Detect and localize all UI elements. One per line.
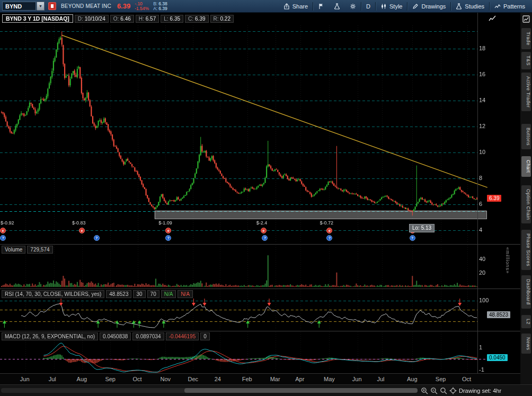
ohlc-field-r: R:0.22 — [210, 15, 234, 23]
zoom-out-icon[interactable] — [430, 387, 438, 394]
month-label[interactable]: Jul — [377, 376, 384, 382]
share-label: Share — [292, 3, 308, 10]
share-icon — [283, 3, 290, 10]
flag-report-button[interactable] — [313, 0, 329, 12]
time-scrollbar[interactable] — [1, 388, 418, 393]
symbol-input[interactable]: BYND — [2, 2, 36, 11]
month-label[interactable]: 24 — [215, 376, 221, 382]
rsi-sell-signal: N/A — [178, 290, 193, 298]
month-label[interactable]: Aug — [77, 376, 87, 382]
rsi-oversold-param: 30 — [133, 290, 145, 298]
rsi-value: 48.8523 — [106, 290, 131, 298]
drawings-button[interactable]: Drawings — [407, 0, 450, 12]
flag-icon — [318, 3, 324, 10]
flask-icon — [334, 3, 340, 10]
symbol-flag-icon[interactable] — [48, 2, 56, 10]
ohlc-field-label: D: — [78, 16, 83, 22]
symbol-text: BYND — [5, 3, 22, 10]
ohlc-field-c: C:6.39 — [185, 15, 208, 23]
toolbar-button-group: Share D Style Drawi — [279, 0, 530, 12]
volume-label[interactable]: Volume — [2, 246, 25, 254]
top-toolbar: BYND ▼ BEYOND MEAT INC 6.39 -.10 -1.54% … — [0, 0, 532, 13]
style-label: Style — [389, 3, 402, 10]
studies-button[interactable]: Studies — [451, 0, 489, 12]
ask-value: 6.39 — [158, 6, 167, 11]
chart-pane-icon[interactable] — [489, 15, 496, 22]
month-label[interactable]: Oct — [132, 376, 141, 382]
drawing-set-label[interactable]: Drawing set: 4hr — [459, 388, 501, 394]
pane-divider[interactable] — [0, 244, 520, 245]
change-stack: -.10 -1.54% — [135, 2, 149, 11]
ohlc-field-value: 6.35 — [170, 16, 180, 22]
sidebar-tab-dashboard[interactable]: Dashboard — [521, 275, 531, 309]
month-label[interactable]: Nov — [160, 376, 171, 382]
sidebar-tab-buttons[interactable]: Buttons — [521, 124, 531, 149]
ohlc-field-h: H:6.57 — [136, 15, 159, 23]
chart-style-icon — [380, 3, 387, 10]
pane-divider[interactable] — [0, 289, 520, 289]
month-label[interactable]: Mar — [270, 376, 280, 382]
ohlc-field-value: 10/10/24 — [85, 16, 105, 22]
month-label[interactable]: Feb — [242, 376, 252, 382]
month-label[interactable]: Dec — [188, 376, 198, 382]
sidebar-tab-news[interactable]: News — [521, 334, 531, 354]
sidebar-tab-trade[interactable]: Trade — [521, 28, 531, 49]
rsi-header: RSI (14, 70, 30, CLOSE, WILDERS, yes) 48… — [2, 290, 193, 298]
ohlc-field-value: 6.46 — [120, 16, 130, 22]
time-axis[interactable]: JunJulAugSepOctNovDec24FebMarAprMayJunJu… — [0, 373, 520, 385]
macd-avg-value: 0.0897034 — [132, 332, 164, 340]
analyze-button[interactable] — [329, 0, 345, 12]
zoom-in-icon[interactable] — [421, 387, 428, 394]
crosshair-icon[interactable] — [449, 387, 457, 394]
month-label[interactable]: Apr — [295, 376, 304, 382]
rsi-title[interactable]: RSI (14, 70, 30, CLOSE, WILDERS, yes) — [2, 290, 104, 298]
month-label[interactable]: Jul — [49, 376, 56, 382]
sidebar-chart-icon[interactable] — [522, 15, 530, 23]
pane-divider[interactable] — [0, 331, 520, 331]
sidebar-tab-t-s[interactable]: T&S — [521, 52, 531, 69]
symbol-flag-glyph — [51, 4, 54, 8]
pencil-icon — [412, 3, 419, 10]
volume-header: Volume 729,574 — [2, 246, 53, 254]
company-name: BEYOND MEAT INC — [61, 3, 111, 9]
ask-row: A:6.39 — [153, 6, 167, 11]
chart-header: BYND 3 Y 1D [NASDAQ] D:10/10/24O:6.46H:6… — [2, 14, 234, 23]
gear-icon — [350, 3, 356, 10]
ohlc-field-label: O: — [113, 16, 119, 22]
settings-button[interactable] — [345, 0, 361, 12]
chart-title[interactable]: BYND 3 Y 1D [NASDAQ] — [2, 14, 73, 23]
sidebar-tab-active-trader[interactable]: Active Trader — [521, 73, 531, 112]
patterns-button[interactable]: Patterns — [490, 0, 530, 12]
ohlc-field-l: L:6.35 — [161, 15, 183, 23]
timeframe-label: D — [366, 3, 370, 10]
sidebar-tab-chart[interactable]: Chart — [521, 156, 531, 177]
volume-chart-canvas[interactable] — [0, 244, 520, 289]
price-chart-canvas[interactable] — [0, 13, 520, 244]
studies-flask-icon — [456, 3, 462, 10]
sidebar-tab-option-chain[interactable]: Option Chain — [521, 185, 531, 224]
month-label[interactable]: Jun — [20, 376, 30, 382]
month-label[interactable]: Aug — [407, 376, 418, 382]
sidebar-tab-l2[interactable]: L2 — [521, 315, 531, 328]
share-button[interactable]: Share — [279, 0, 313, 12]
macd-title[interactable]: MACD (12, 26, 9, EXPONENTIAL, no) — [2, 332, 98, 340]
thinkorswim-window: BYND ▼ BEYOND MEAT INC 6.39 -.10 -1.54% … — [0, 0, 532, 396]
month-label[interactable]: Oct — [462, 376, 471, 382]
last-price: 6.39 — [117, 2, 130, 10]
reset-zoom-icon[interactable] — [440, 387, 447, 394]
month-label[interactable]: Jun — [352, 376, 362, 382]
style-button[interactable]: Style — [376, 0, 407, 12]
bid-ask-stack: B:6.38 A:6.39 — [153, 2, 167, 11]
timeframe-button[interactable]: D — [361, 0, 375, 12]
month-label[interactable]: Sep — [436, 376, 446, 382]
ohlc-field-o: O:6.46 — [110, 15, 134, 23]
month-label[interactable]: Sep — [105, 376, 116, 382]
symbol-dropdown-button[interactable]: ▼ — [37, 2, 45, 11]
volume-value: 729,574 — [27, 246, 52, 254]
month-label[interactable]: May — [324, 376, 335, 382]
sidebar-tab-phase-scores[interactable]: Phase Scores — [521, 230, 531, 270]
patterns-icon — [494, 3, 501, 10]
ohlc-fields: D:10/10/24O:6.46H:6.57L:6.35C:6.39R:0.22 — [75, 15, 234, 23]
volume-axis-unit: «millions» — [505, 247, 510, 274]
time-scrollbar-thumb[interactable] — [184, 388, 418, 393]
